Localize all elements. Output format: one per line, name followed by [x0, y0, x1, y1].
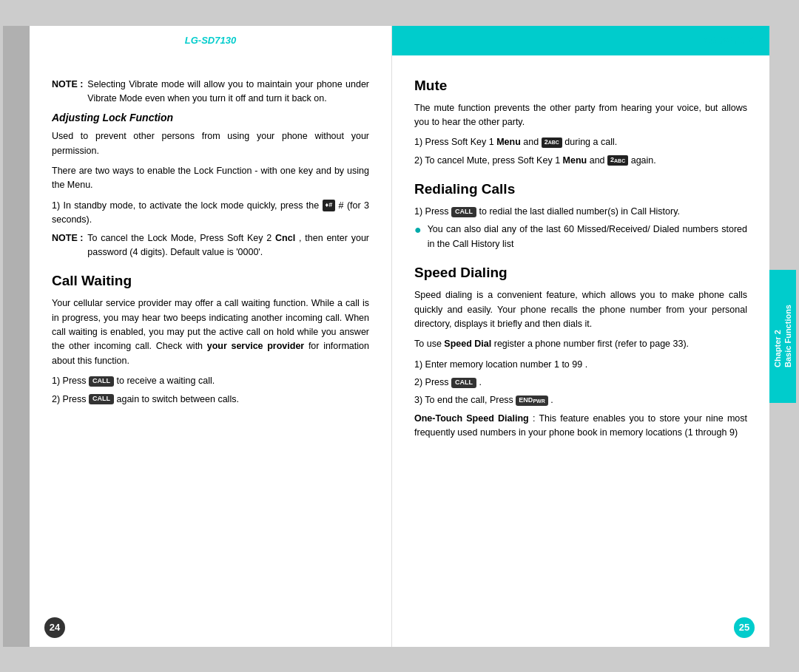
key-2abc-1: 2ABC — [542, 138, 562, 148]
left-header-bar: LG-SD7130 — [30, 26, 391, 55]
section-lock-title: Adjusting Lock Function — [52, 112, 369, 123]
gray-left-decoration — [3, 26, 30, 647]
bullet-dot-1: ● — [414, 223, 422, 251]
lock-body1: Used to prevent other persons from using… — [52, 129, 369, 158]
mute-item1: 1) Press Soft Key 1 Menu and 2ABC during… — [414, 135, 747, 149]
end-key-speed: ENDPWR — [516, 396, 547, 406]
page-number-right: 25 — [734, 617, 755, 638]
speed-item3: 3) To end the call, Press ENDPWR . — [414, 393, 747, 407]
note-vibrate-label: NOTE : — [52, 78, 83, 106]
note-lock-text: To cancel the Lock Mode, Press Soft Key … — [87, 231, 369, 260]
right-content: Mute The mute function prevents the othe… — [414, 78, 747, 441]
key-2abc-2: 2ABC — [607, 155, 628, 166]
call-waiting-item1: 1) Press CALL to receive a waiting call. — [52, 374, 369, 388]
right-header-bar: LG-SD7130 — [392, 26, 769, 55]
call-key-speed: CALL — [451, 378, 476, 388]
page-left: LG-SD7130 NOTE : Selecting Vibrate mode … — [30, 26, 392, 647]
hash-key-icon: ♦# — [323, 200, 336, 211]
note-lock-label: NOTE : — [52, 231, 83, 260]
redialing-item1: 1) Press CALL to redial the last dialled… — [414, 205, 747, 219]
redialing-title: Redialing Calls — [414, 181, 747, 197]
speed-dialing-body2: To use Speed Dial register a phone numbe… — [414, 337, 747, 351]
chapter-tab: Chapter 2 Basic Functions — [769, 270, 796, 403]
page-right: LG-SD7130 Mute The mute function prevent… — [392, 26, 769, 647]
note-vibrate: NOTE : Selecting Vibrate mode will allow… — [52, 78, 369, 106]
right-header-title: LG-SD7130 — [704, 35, 755, 46]
call-waiting-title: Call Waiting — [52, 273, 369, 289]
left-content: NOTE : Selecting Vibrate mode will allow… — [52, 78, 369, 407]
note-lock: NOTE : To cancel the Lock Mode, Press So… — [52, 231, 369, 260]
speed-dialing-body: Speed dialing is a convenient feature, w… — [414, 288, 747, 331]
call-key-1: CALL — [89, 376, 114, 387]
call-key-2: CALL — [89, 394, 114, 404]
lock-body2: There are two ways to enable the Lock Fu… — [52, 164, 369, 193]
speed-item2: 2) Press CALL . — [414, 376, 747, 390]
mute-item2: 2) To cancel Mute, press Soft Key 1 Menu… — [414, 154, 747, 168]
note-lock-bold: Cncl — [275, 233, 295, 243]
left-header-title: LG-SD7130 — [185, 35, 236, 46]
redialing-bullet1: ● You can also dial any of the last 60 M… — [414, 223, 747, 251]
lock-item1: 1) In standby mode, to activate the lock… — [52, 199, 369, 228]
speed-item1: 1) Enter memory location number 1 to 99 … — [414, 358, 747, 372]
speed-dialing-title: Speed Dialing — [414, 265, 747, 281]
one-touch-text: One-Touch Speed Dialing : This feature e… — [414, 412, 747, 441]
page-number-left: 24 — [44, 617, 65, 638]
chapter-tab-text: Chapter 2 Basic Functions — [772, 305, 794, 367]
call-key-redialing: CALL — [451, 207, 476, 217]
note-vibrate-text: Selecting Vibrate mode will allow you to… — [87, 78, 369, 106]
call-waiting-item2: 2) Press CALL again to switch between ca… — [52, 393, 369, 407]
call-waiting-body: Your cellular service provider may offer… — [52, 296, 369, 368]
mute-title: Mute — [414, 78, 747, 94]
mute-body: The mute function prevents the other par… — [414, 101, 747, 130]
